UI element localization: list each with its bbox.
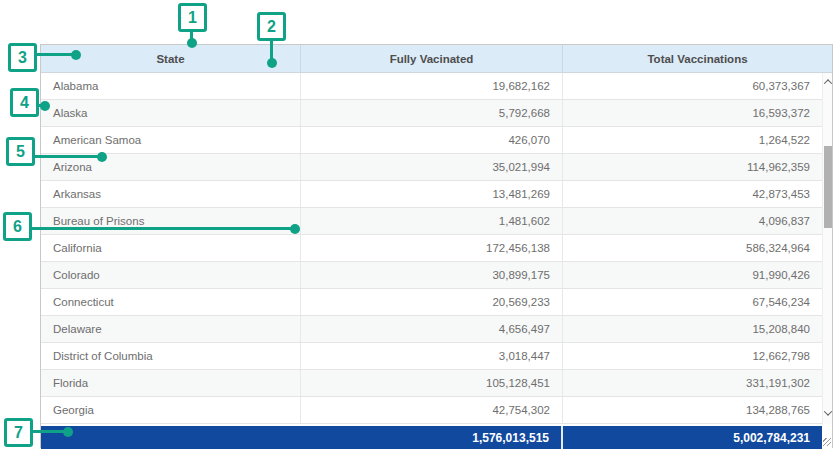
table-row[interactable]: Colorado 30,899,175 91,990,426 xyxy=(41,262,822,289)
fully-vaccinated-cell: 172,456,138 xyxy=(301,235,563,261)
total-vaccinations-cell: 1,264,522 xyxy=(563,127,822,153)
total-vaccinations-cell: 15,208,840 xyxy=(563,316,822,342)
total-vaccinations-cell: 134,288,765 xyxy=(563,397,822,423)
total-vaccinations-cell: 12,662,798 xyxy=(563,343,822,369)
scrollbar-thumb[interactable] xyxy=(824,146,832,228)
scroll-up-button[interactable] xyxy=(823,75,832,89)
fully-vaccinated-cell: 5,792,668 xyxy=(301,100,563,126)
chevron-down-icon xyxy=(823,407,831,415)
table-rows: Alabama 19,682,162 60,373,367 Alaska 5,7… xyxy=(41,73,822,424)
table-row[interactable]: Delaware 4,656,497 15,208,840 xyxy=(41,316,822,343)
callout-1-dot xyxy=(187,38,197,48)
resize-grip-icon[interactable] xyxy=(823,438,831,446)
state-cell: American Samoa xyxy=(41,127,301,153)
table-row[interactable]: Bureau of Prisons 1,481,602 4,096,837 xyxy=(41,208,822,235)
fully-vaccinated-cell: 3,018,447 xyxy=(301,343,563,369)
state-cell: Alabama xyxy=(41,73,301,99)
table-row[interactable]: District of Columbia 3,018,447 12,662,79… xyxy=(41,343,822,370)
fully-vaccinated-cell: 4,656,497 xyxy=(301,316,563,342)
state-cell: Arkansas xyxy=(41,181,301,207)
callout-5-line xyxy=(34,155,99,158)
fully-vaccinated-cell: 105,128,451 xyxy=(301,370,563,396)
table-row[interactable]: Florida 105,128,451 331,191,302 xyxy=(41,370,822,397)
page: State Fully Vacinated Total Vaccinations… xyxy=(0,0,833,453)
fully-vaccinated-cell: 35,021,994 xyxy=(301,154,563,180)
table-row[interactable]: Arizona 35,021,994 114,962,359 xyxy=(41,154,822,181)
callout-3-line xyxy=(36,53,73,56)
table-header-row: State Fully Vacinated Total Vaccinations xyxy=(41,45,832,73)
callout-7-dot xyxy=(63,427,73,437)
column-header-fully-vaccinated[interactable]: Fully Vacinated xyxy=(301,45,563,72)
column-header-state[interactable]: State xyxy=(41,45,301,72)
column-header-total-vaccinations[interactable]: Total Vaccinations xyxy=(563,45,832,72)
totals-total-vaccinations-cell: 5,002,784,231 xyxy=(563,426,822,449)
callout-3-box: 3 xyxy=(8,43,37,72)
total-vaccinations-cell: 60,373,367 xyxy=(563,73,822,99)
total-vaccinations-cell: 91,990,426 xyxy=(563,262,822,288)
total-vaccinations-cell: 16,593,372 xyxy=(563,100,822,126)
state-cell: Delaware xyxy=(41,316,301,342)
total-vaccinations-cell: 4,096,837 xyxy=(563,208,822,234)
callout-2-box: 2 xyxy=(257,12,286,41)
state-cell: Georgia xyxy=(41,397,301,423)
totals-state-cell xyxy=(41,426,301,449)
fully-vaccinated-cell: 1,481,602 xyxy=(301,208,563,234)
callout-6-box: 6 xyxy=(3,212,32,241)
state-cell: California xyxy=(41,235,301,261)
fully-vaccinated-cell: 20,569,233 xyxy=(301,289,563,315)
totals-row: 1,576,013,515 5,002,784,231 xyxy=(41,424,832,449)
table-row[interactable]: Alabama 19,682,162 60,373,367 xyxy=(41,73,822,100)
fully-vaccinated-cell: 13,481,269 xyxy=(301,181,563,207)
callout-6-dot xyxy=(290,224,300,234)
scroll-down-button[interactable] xyxy=(823,406,832,420)
state-cell: District of Columbia xyxy=(41,343,301,369)
state-cell: Colorado xyxy=(41,262,301,288)
fully-vaccinated-cell: 19,682,162 xyxy=(301,73,563,99)
fully-vaccinated-cell: 30,899,175 xyxy=(301,262,563,288)
table-row[interactable]: American Samoa 426,070 1,264,522 xyxy=(41,127,822,154)
state-cell: Connecticut xyxy=(41,289,301,315)
table-row[interactable]: California 172,456,138 586,324,964 xyxy=(41,235,822,262)
chevron-up-icon xyxy=(823,79,831,87)
callout-2-dot xyxy=(267,58,277,68)
table-row[interactable]: Connecticut 20,569,233 67,546,234 xyxy=(41,289,822,316)
vertical-scrollbar[interactable] xyxy=(822,73,832,424)
state-cell: Bureau of Prisons xyxy=(41,208,301,234)
table-row[interactable]: Georgia 42,754,302 134,288,765 xyxy=(41,397,822,424)
total-vaccinations-cell: 67,546,234 xyxy=(563,289,822,315)
callout-7-box: 7 xyxy=(4,418,33,447)
total-vaccinations-cell: 331,191,302 xyxy=(563,370,822,396)
fully-vaccinated-cell: 42,754,302 xyxy=(301,397,563,423)
callout-6-line xyxy=(31,227,292,230)
callout-4-dot xyxy=(40,101,50,111)
table-body: Alabama 19,682,162 60,373,367 Alaska 5,7… xyxy=(41,73,832,424)
fully-vaccinated-cell: 426,070 xyxy=(301,127,563,153)
callout-5-dot xyxy=(97,152,107,162)
callout-3-dot xyxy=(71,50,81,60)
callout-7-line xyxy=(32,430,65,433)
callout-5-box: 5 xyxy=(6,137,35,166)
state-cell: Florida xyxy=(41,370,301,396)
table-row[interactable]: Arkansas 13,481,269 42,873,453 xyxy=(41,181,822,208)
totals-fully-vaccinated-cell: 1,576,013,515 xyxy=(301,426,563,449)
table-row[interactable]: Alaska 5,792,668 16,593,372 xyxy=(41,100,822,127)
state-cell: Alaska xyxy=(41,100,301,126)
callout-1-box: 1 xyxy=(178,3,207,32)
callout-4-box: 4 xyxy=(10,88,39,117)
total-vaccinations-cell: 586,324,964 xyxy=(563,235,822,261)
total-vaccinations-cell: 42,873,453 xyxy=(563,181,822,207)
total-vaccinations-cell: 114,962,359 xyxy=(563,154,822,180)
vaccination-table: State Fully Vacinated Total Vaccinations… xyxy=(40,44,833,448)
